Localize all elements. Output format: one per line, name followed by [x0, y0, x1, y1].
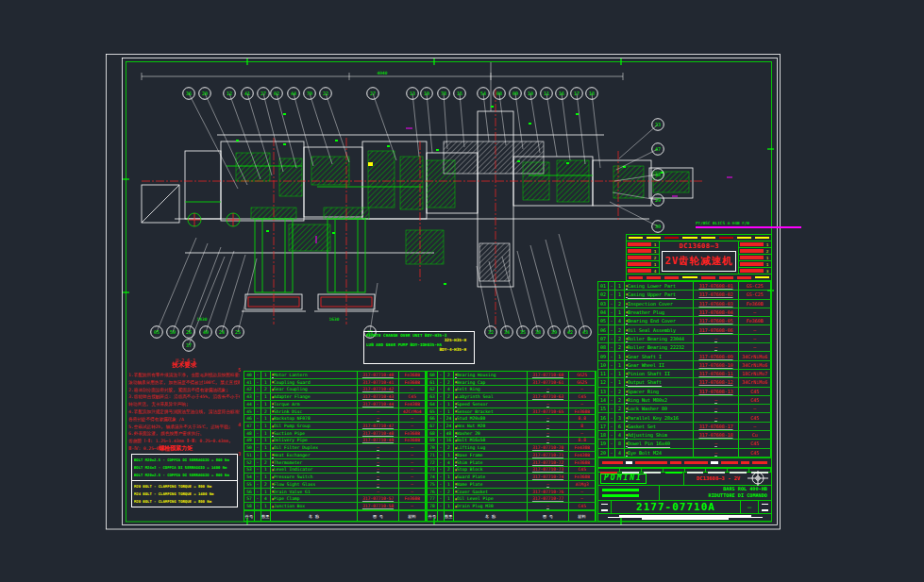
cell: 图 号 — [528, 511, 569, 521]
cell: 07 — [598, 335, 609, 342]
table-row: 74-1Guard Plate317-07710-74Fe360B — [428, 474, 596, 481]
red-marks-row — [627, 274, 771, 280]
cell: 77 — [428, 495, 438, 502]
cell — [740, 256, 764, 259]
mark — [670, 461, 681, 464]
cell: Stop Block — [454, 467, 528, 474]
cell: 2.箱体剖分面涂密封胶, 紧固后不得有渗漏油现象; — [128, 387, 240, 394]
cell: Heat Exchanger — [271, 452, 358, 458]
cell: 1 — [261, 503, 271, 509]
cell: 名 称 — [271, 511, 358, 521]
cell: — — [739, 405, 771, 412]
cell — [628, 269, 651, 273]
cell: 48 — [244, 430, 255, 437]
cell: - — [609, 378, 615, 386]
cell: 317-07710-63 — [528, 393, 569, 400]
cell: — — [528, 430, 569, 437]
table-row: 76-2Cover Gasket317-07710-76— — [428, 489, 596, 496]
drawing-title-cn: 2V齿轮减速机 — [664, 255, 732, 268]
cell: 63 — [428, 393, 438, 400]
cell: 317-07608-12 — [694, 378, 739, 386]
svg-text:08: 08 — [496, 91, 502, 96]
cell: GS-C25 — [739, 291, 771, 298]
svg-text:18: 18 — [589, 91, 595, 96]
cell: BOLT M24x3 - COPPIA DI SERRAGGIO = 1400 … — [134, 465, 235, 470]
table-row: 40-1Motor Lantern317-07710-40Fe360B — [244, 372, 426, 379]
svg-text:09: 09 — [512, 91, 518, 96]
balloon-78: 78 — [438, 88, 450, 149]
parts-middle-header: 件号数量名 称图 号材料 — [428, 510, 596, 521]
cell: 34CrNiMo6 — [739, 378, 771, 386]
cell: 10 — [598, 361, 609, 369]
revision-micro-note: PY/BSC BLICS m H4B F/B — [696, 221, 801, 228]
cell: Guard Plate — [454, 474, 528, 480]
cell: - — [255, 438, 261, 444]
machine-line2: RIDUTTORE DI COMANDO — [709, 492, 767, 500]
cell: 61 — [428, 379, 438, 386]
svg-text:41: 41 — [244, 91, 250, 96]
cell: BOLT M20x2.5 - COPPIA DI SERRAGGIO = 800… — [134, 473, 235, 477]
table-row: 15-2Lock Washer 80—— — [598, 405, 771, 413]
cell: 08 — [598, 343, 609, 351]
svg-text:47: 47 — [655, 146, 661, 152]
cell: Level Indicator — [271, 467, 358, 474]
cell: — — [528, 423, 569, 429]
cell: 317-07710-70 — [528, 444, 569, 451]
mini-cells — [598, 501, 612, 513]
cell: - — [438, 430, 445, 437]
mark — [762, 509, 768, 511]
cell: 3 — [764, 269, 770, 274]
cell: Speed Sensor — [454, 401, 528, 407]
cell: 1 — [445, 474, 454, 480]
cell: Sensor Bracket — [454, 408, 528, 415]
balloon-38: 38 — [517, 251, 544, 338]
cell: 317-07710-48 — [358, 430, 399, 437]
cell: 6 — [615, 423, 625, 430]
cell: - — [255, 393, 261, 400]
cell: 4 — [445, 459, 454, 466]
cell: Cu — [739, 431, 771, 439]
cell: - — [609, 413, 615, 421]
cell — [628, 242, 651, 246]
cell: - — [609, 405, 615, 412]
cell: 2 — [445, 467, 454, 474]
cell: 72 — [428, 459, 438, 466]
cell: Junction Box — [271, 503, 358, 509]
cell: Inspection Cover — [625, 300, 694, 308]
mark — [755, 237, 769, 240]
cell: 1 — [764, 262, 770, 267]
cell: 01 — [598, 282, 609, 290]
mark — [635, 461, 666, 464]
cell: — — [399, 415, 426, 422]
cell: - — [438, 401, 445, 407]
table-row: 16-3Parallel Key 28x16—C45 — [598, 413, 771, 422]
dimension-label: 4040 — [378, 71, 388, 75]
svg-text:30: 30 — [655, 224, 661, 229]
svg-text:25: 25 — [235, 329, 241, 335]
cell: Eye Bolt M24 — [625, 449, 694, 457]
cell: — — [358, 415, 399, 422]
mark — [601, 504, 608, 506]
cell: 件号 — [428, 511, 438, 521]
cell: 317-07710-61 — [528, 379, 569, 386]
cell — [255, 511, 261, 521]
mark — [721, 461, 738, 464]
cell: — — [358, 408, 399, 415]
cell: - — [609, 308, 615, 316]
title-box: 2V齿轮减速机 — [662, 251, 736, 272]
mark — [620, 469, 642, 472]
table-row: 57-4Pipe Clamp317-07710-57Fe360B — [244, 495, 426, 503]
cell: 2 — [615, 388, 625, 395]
cell: Fe360B — [569, 408, 596, 415]
svg-text:79: 79 — [307, 91, 312, 96]
cell: 4 — [445, 386, 454, 392]
balloon-27: 27 — [367, 88, 396, 160]
cell: Base Frame — [454, 452, 528, 458]
cell: 1 — [261, 401, 271, 407]
svg-text:38: 38 — [535, 329, 541, 335]
table-row: 4.装配后加注规定牌号润滑油至油位线, 清洁度符合标准要求; — [128, 408, 240, 416]
cell: — — [739, 423, 771, 430]
cell: 2 — [261, 481, 271, 488]
table-row: 5.空载试运转2h, 轴承温升不大于35℃, 运转平稳; — [128, 424, 240, 431]
cell: — — [358, 489, 399, 495]
